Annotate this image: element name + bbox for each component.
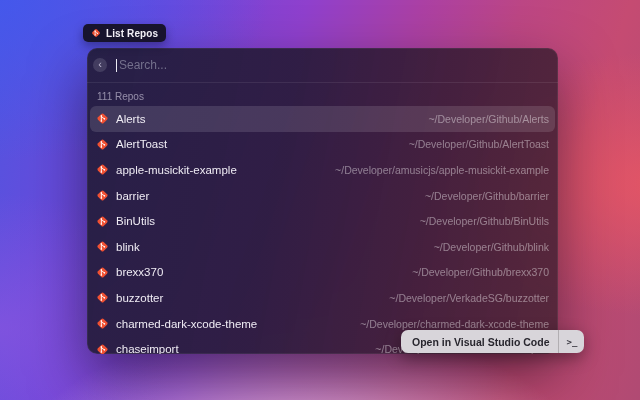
- git-icon: [91, 28, 101, 38]
- repo-list-item[interactable]: BinUtils ~/Developer/Github/BinUtils: [90, 208, 555, 234]
- repo-path: ~/Developer/VerkadeSG/buzzotter: [389, 292, 549, 304]
- repo-path: ~/Developer/Github/barrier: [425, 190, 549, 202]
- repo-list-item[interactable]: Alerts ~/Developer/Github/Alerts: [90, 106, 555, 132]
- git-repo-icon: [96, 317, 109, 330]
- repo-list-item[interactable]: barrier ~/Developer/Github/barrier: [90, 183, 555, 209]
- back-button[interactable]: ‹: [93, 58, 107, 72]
- repo-path: ~/Developer/amusicjs/apple-musickit-exam…: [335, 164, 549, 176]
- git-repo-icon: [96, 266, 109, 279]
- repo-name: Alerts: [116, 113, 145, 125]
- git-repo-icon: [96, 215, 109, 228]
- repo-list-item[interactable]: brexx370 ~/Developer/Github/brexx370: [90, 260, 555, 286]
- repo-name: BinUtils: [116, 215, 155, 227]
- repo-name: apple-musickit-example: [116, 164, 237, 176]
- repo-name: charmed-dark-xcode-theme: [116, 318, 257, 330]
- repo-name: barrier: [116, 190, 149, 202]
- git-repo-icon: [96, 163, 109, 176]
- repo-list-item[interactable]: blink ~/Developer/Github/blink: [90, 234, 555, 260]
- repo-name: AlertToast: [116, 138, 167, 150]
- git-repo-icon: [96, 343, 109, 354]
- repo-list: Alerts ~/Developer/Github/Alerts AlertTo…: [87, 106, 558, 354]
- repo-path: ~/Developer/Github/brexx370: [412, 266, 549, 278]
- git-repo-icon: [96, 112, 109, 125]
- command-badge[interactable]: List Repos: [83, 24, 166, 42]
- chevron-left-icon: ‹: [98, 58, 102, 70]
- search-input[interactable]: Search...: [116, 58, 548, 72]
- repo-path: ~/Developer/Github/AlertToast: [409, 138, 549, 150]
- repo-list-item[interactable]: apple-musickit-example ~/Developer/amusi…: [90, 157, 555, 183]
- open-in-vscode-label: Open in Visual Studio Code: [401, 336, 558, 348]
- repo-path: ~/Developer/Github/BinUtils: [420, 215, 549, 227]
- open-in-vscode-button[interactable]: Open in Visual Studio Code >_: [401, 330, 584, 353]
- repo-name: chaseimport: [116, 343, 179, 354]
- repo-path: ~/Developer/Github/Alerts: [428, 113, 549, 125]
- search-placeholder: Search...: [119, 58, 167, 72]
- repo-path: ~/Developer/charmed-dark-xcode-theme: [360, 318, 549, 330]
- search-bar: ‹ Search...: [87, 48, 558, 83]
- repo-list-item[interactable]: buzzotter ~/Developer/VerkadeSG/buzzotte…: [90, 285, 555, 311]
- repo-list-item[interactable]: AlertToast ~/Developer/Github/AlertToast: [90, 132, 555, 158]
- repo-path: ~/Developer/Github/blink: [434, 241, 549, 253]
- repo-name: blink: [116, 241, 140, 253]
- git-repo-icon: [96, 240, 109, 253]
- repo-name: buzzotter: [116, 292, 163, 304]
- git-repo-icon: [96, 189, 109, 202]
- git-repo-icon: [96, 291, 109, 304]
- terminal-icon: >_: [559, 337, 584, 347]
- launcher-window: ‹ Search... 111 Repos Alerts ~/Developer…: [87, 48, 558, 354]
- text-caret: [116, 59, 117, 72]
- git-repo-icon: [96, 138, 109, 151]
- section-header: 111 Repos: [87, 83, 558, 106]
- repo-name: brexx370: [116, 266, 163, 278]
- command-badge-label: List Repos: [106, 28, 158, 39]
